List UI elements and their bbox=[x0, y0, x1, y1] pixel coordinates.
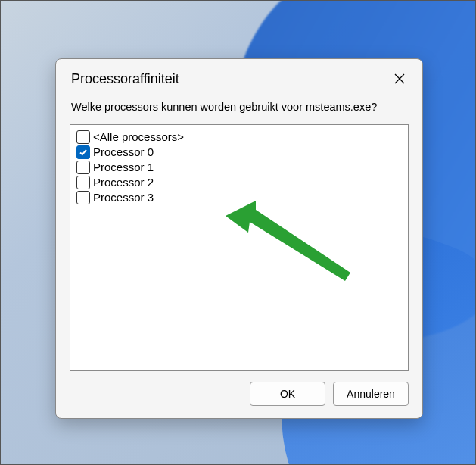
checkmark-icon bbox=[79, 148, 88, 157]
dialog-question: Welke processors kunnen worden gebruikt … bbox=[56, 95, 422, 124]
ok-button[interactable]: OK bbox=[250, 382, 325, 406]
processor-affinity-dialog: Processoraffiniteit Welke processors kun… bbox=[55, 58, 423, 419]
cancel-button[interactable]: Annuleren bbox=[333, 382, 409, 406]
checkbox[interactable] bbox=[76, 161, 90, 174]
item-label: Processor 2 bbox=[93, 176, 154, 189]
list-item[interactable]: Processor 3 bbox=[76, 190, 402, 205]
list-item[interactable]: Processor 2 bbox=[76, 175, 402, 190]
list-item[interactable]: Processor 0 bbox=[76, 145, 402, 160]
titlebar: Processoraffiniteit bbox=[56, 59, 422, 95]
checkbox[interactable] bbox=[76, 191, 90, 204]
close-icon bbox=[394, 73, 405, 84]
checkbox[interactable] bbox=[76, 145, 90, 159]
close-button[interactable] bbox=[389, 68, 410, 89]
svg-marker-3 bbox=[226, 201, 350, 281]
list-item[interactable]: Processor 1 bbox=[76, 160, 402, 175]
item-label: Processor 1 bbox=[93, 161, 154, 173]
processor-list[interactable]: <Alle processors>Processor 0Processor 1P… bbox=[70, 124, 409, 371]
checkbox[interactable] bbox=[76, 130, 90, 144]
list-item[interactable]: <Alle processors> bbox=[76, 130, 402, 145]
item-label: Processor 0 bbox=[93, 145, 154, 158]
button-bar: OK Annuleren bbox=[56, 371, 422, 418]
annotation-arrow bbox=[218, 201, 369, 322]
item-label: <Alle processors> bbox=[93, 130, 184, 143]
checkbox[interactable] bbox=[76, 176, 90, 189]
item-label: Processor 3 bbox=[93, 191, 154, 204]
dialog-title: Processoraffiniteit bbox=[71, 71, 179, 87]
